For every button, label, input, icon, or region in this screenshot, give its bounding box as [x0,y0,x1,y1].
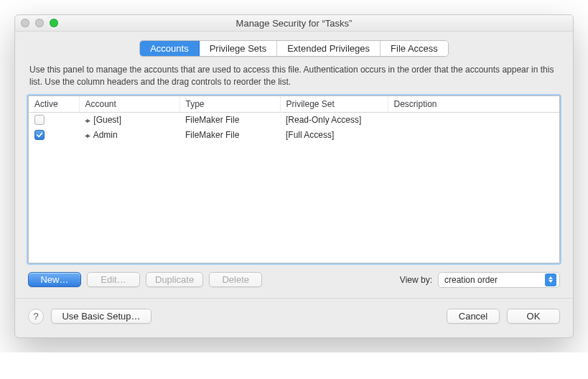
delete-button[interactable]: Delete [209,272,262,287]
close-icon[interactable] [21,19,29,27]
chevron-updown-icon [545,273,556,286]
viewby-value: creation order [444,275,498,285]
account-type: FileMaker File [179,112,280,127]
dialog-window: Manage Security for “Tasks” Accounts Pri… [14,14,574,338]
col-privilege[interactable]: Privilege Set [280,96,388,113]
drag-handle-icon[interactable]: ◂▸ [85,131,89,139]
titlebar: Manage Security for “Tasks” [15,15,573,32]
col-description[interactable]: Description [388,96,559,113]
ok-button[interactable]: OK [507,309,560,324]
active-checkbox[interactable] [34,115,45,125]
col-account[interactable]: Account [79,96,179,113]
basic-setup-button[interactable]: Use Basic Setup… [51,309,151,324]
col-type[interactable]: Type [179,96,280,113]
minimize-icon[interactable] [35,19,44,27]
help-icon[interactable]: ? [28,309,44,324]
accounts-table: Active Account Type Privilege Set Descri… [28,95,560,263]
panel-description: Use this panel to manage the accounts th… [29,64,559,88]
table-row[interactable]: ◂▸ [Guest]FileMaker File[Read-Only Acces… [29,112,559,127]
viewby-select[interactable]: creation order [438,272,560,288]
account-description [388,127,559,142]
zoom-icon[interactable] [50,19,58,27]
col-active[interactable]: Active [29,96,79,113]
edit-button[interactable]: Edit… [87,272,140,287]
duplicate-button[interactable]: Duplicate [146,272,203,287]
viewby-label: View by: [400,275,432,285]
tab-file-access[interactable]: File Access [381,41,448,56]
account-description [388,112,559,127]
cancel-button[interactable]: Cancel [447,309,500,324]
divider [15,298,573,299]
tab-privilege-sets[interactable]: Privilege Sets [200,41,277,56]
drag-handle-icon[interactable]: ◂▸ [85,116,89,124]
account-name: Admin [91,130,118,140]
tab-extended-privileges[interactable]: Extended Privileges [277,41,381,56]
new-button[interactable]: New… [28,272,81,287]
privilege-set: [Read-Only Access] [280,112,388,127]
privilege-set: [Full Access] [280,127,388,142]
table-row[interactable]: ◂▸ AdminFileMaker File[Full Access] [29,127,559,142]
window-title: Manage Security for “Tasks” [21,18,567,29]
tab-bar: Accounts Privilege Sets Extended Privile… [139,40,449,57]
active-checkbox[interactable] [34,130,45,140]
tab-accounts[interactable]: Accounts [140,41,199,56]
account-type: FileMaker File [179,127,280,142]
account-name: [Guest] [91,115,121,125]
